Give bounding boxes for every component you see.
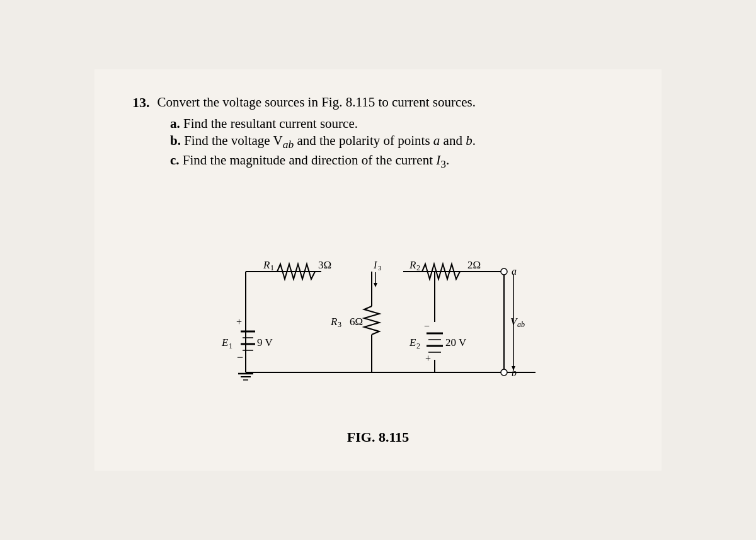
r1-subscript: 1	[270, 263, 274, 272]
e1-subscript: 1	[229, 342, 232, 350]
sub-c-subscript: 3	[440, 158, 446, 170]
e2-plus: +	[425, 353, 431, 364]
e2-label: E	[409, 336, 416, 348]
point-a-circle	[501, 268, 507, 275]
e2-minus: −	[424, 321, 430, 331]
problem-header: 13. Convert the voltage sources in Fig. …	[132, 95, 624, 111]
sub-item-b: b. Find the voltage Vab and the polarity…	[170, 133, 624, 151]
fig-caption: FIG. 8.115	[347, 429, 409, 445]
r3-value: 6Ω	[350, 316, 363, 328]
r3-label: R	[330, 316, 338, 328]
circuit-container: I 3 R 1 3Ω + − E	[132, 190, 624, 445]
sub-b-subscript: ab	[283, 138, 294, 151]
vab-subscript: ab	[517, 320, 525, 329]
e1-label: E	[221, 336, 229, 348]
point-b-circle	[501, 369, 507, 376]
sub-item-a: a. Find the resultant current source.	[170, 116, 624, 132]
i3-subscript: 3	[378, 264, 382, 272]
svg-marker-8	[374, 283, 377, 287]
r1-value: 3Ω	[318, 259, 331, 271]
r3-resistor	[364, 306, 379, 335]
r3-subscript: 3	[338, 320, 341, 329]
e1-voltage: 9 V	[257, 336, 273, 348]
circuit-diagram: I 3 R 1 3Ω + − E	[195, 190, 561, 416]
e1-minus: −	[237, 351, 243, 364]
i3-label: I	[373, 260, 377, 270]
e2-subscript: 2	[416, 342, 420, 350]
point-a-label: a	[512, 266, 517, 277]
r2-label: R	[409, 259, 416, 271]
r1-label: R	[263, 259, 270, 271]
r2-value: 2Ω	[467, 259, 481, 271]
sub-item-c: c. Find the magnitude and direction of t…	[170, 152, 624, 171]
page: 13. Convert the voltage sources in Fig. …	[94, 69, 662, 471]
problem-number: 13.	[132, 95, 150, 111]
r2-subscript: 2	[416, 263, 420, 272]
e2-voltage: 20 V	[445, 336, 467, 348]
e1-plus: +	[236, 316, 242, 327]
problem-text: Convert the voltage sources in Fig. 8.11…	[158, 95, 476, 110]
sub-items: a. Find the resultant current source. b.…	[170, 116, 624, 171]
